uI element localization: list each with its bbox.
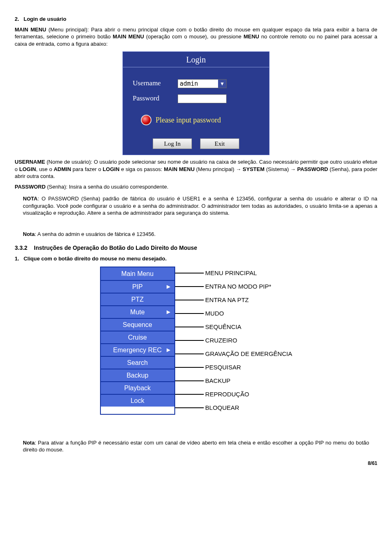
exit-button[interactable]: Exit [200,138,239,149]
password-paragraph: PASSWORD (Senha): Insira a senha do usuá… [15,183,377,191]
leader-line [175,367,204,368]
submenu-arrow-icon: ▶ [167,347,170,353]
note-factory-password: Nota: A senha do admin e usuários de fáb… [23,230,377,239]
section-title: Login de usuário [24,16,67,22]
leader-line [175,407,204,408]
username-label: Username [133,79,178,88]
menu-description-row: ENTRA NA PTZ [175,293,292,307]
menu-description-label: REPRODUÇÃO [205,390,249,398]
context-menu: Main MenuPIP▶PTZMute▶SequenceCruiseEmerg… [100,267,175,415]
menu-item[interactable]: Main Menu [101,267,174,280]
heading-3-3-2: 3.3.2 Instruções de Operação do Botão do… [15,244,377,252]
menu-description-row: BLOQUEAR [175,401,292,415]
warning-icon [141,115,151,125]
menu-description-row: CRUZEIRO [175,334,292,347]
page-number: 8/61 [15,460,377,467]
leader-line [175,273,204,273]
menu-description-label: BACKUP [205,377,231,385]
intro-paragraph: MAIN MENU (Menu principal): Para abrir o… [15,26,377,48]
menu-item-label: Playback [124,384,151,393]
login-button[interactable]: Log In [153,138,192,149]
note-password-default: NOTA: O PASSWORD (Senha) padrão de fábri… [23,194,377,218]
leader-line [175,394,204,395]
menu-description-row: GRAVAÇÃO DE EMERGÊNCIA [175,347,292,361]
menu-item[interactable]: Backup [101,369,174,381]
username-paragraph: USERNAME (Nome de usuário): O usuário po… [15,158,377,180]
menu-item-label: Cruise [128,333,147,342]
leader-line [175,313,204,314]
section2-heading: 2. Login de usuário [15,16,377,23]
warning-text: Please input password [156,115,221,125]
menu-item[interactable]: Playback [101,381,174,394]
menu-description-label: MENU PRINCIPAL [205,269,257,277]
context-menu-diagram: Main MenuPIP▶PTZMute▶SequenceCruiseEmerg… [15,267,377,415]
login-dialog: Login Username admin ▼ Password Please i… [122,51,270,155]
menu-item[interactable]: Emergency REC▶ [101,343,174,356]
menu-description-row: MENU PRINCIPAL [175,267,292,280]
menu-item[interactable]: Search [101,356,174,369]
menu-description-label: ENTRA NA PTZ [205,296,249,304]
section-number: 2. [15,16,19,22]
submenu-arrow-icon: ▶ [167,309,170,315]
menu-item-label: Mute [130,308,145,317]
menu-description-row: PESQUISAR [175,361,292,374]
menu-item-label: Backup [127,371,148,380]
menu-description-label: PESQUISAR [205,363,241,371]
menu-description-label: SEQUÊNCIA [205,323,241,331]
username-value: admin [180,80,198,88]
menu-item-label: PTZ [131,295,143,304]
menu-item-label: Emergency REC [113,346,162,355]
menu-description-row: MUDO [175,307,292,320]
password-input[interactable] [178,94,227,103]
menu-item-label: Lock [131,396,145,405]
menu-description-row: REPRODUÇÃO [175,388,292,401]
note-pip: Nota: Para ativar a função PIP é necessá… [23,439,369,454]
menu-item[interactable]: Sequence [101,318,174,331]
password-label: Password [133,94,178,103]
menu-description-row: SEQUÊNCIA [175,320,292,334]
submenu-arrow-icon: ▶ [167,283,170,290]
leader-line [175,327,204,327]
menu-description-row: BACKUP [175,374,292,388]
leader-line [175,340,204,341]
context-menu-descriptions: MENU PRINCIPALENTRA NO MODO PIP*ENTRA NA… [175,267,292,415]
leader-line [175,380,204,381]
menu-description-label: BLOQUEAR [205,404,239,412]
menu-item-label: Sequence [123,320,152,329]
menu-item[interactable]: PIP▶ [101,280,174,293]
menu-item-label: PIP [132,282,143,291]
menu-item[interactable]: PTZ [101,293,174,305]
menu-item[interactable]: Lock [101,394,174,407]
username-select[interactable]: admin ▼ [178,79,227,88]
menu-item[interactable]: Mute▶ [101,305,174,318]
chevron-down-icon[interactable]: ▼ [218,80,226,88]
leader-line [175,353,204,354]
menu-item-label: Search [127,358,148,367]
leader-line [175,300,204,300]
menu-description-label: MUDO [205,309,224,318]
menu-description-label: CRUZEIRO [205,336,237,345]
menu-item[interactable]: Cruise [101,331,174,343]
menu-description-row: ENTRA NO MODO PIP* [175,280,292,293]
leader-line [175,286,204,287]
menu-item-label: Main Menu [121,269,154,278]
menu-description-label: ENTRA NO MODO PIP* [205,282,272,291]
step-1: 1. Clique com o botão direito do mouse n… [15,255,377,262]
login-title: Login [123,52,269,67]
menu-description-label: GRAVAÇÃO DE EMERGÊNCIA [205,350,292,358]
